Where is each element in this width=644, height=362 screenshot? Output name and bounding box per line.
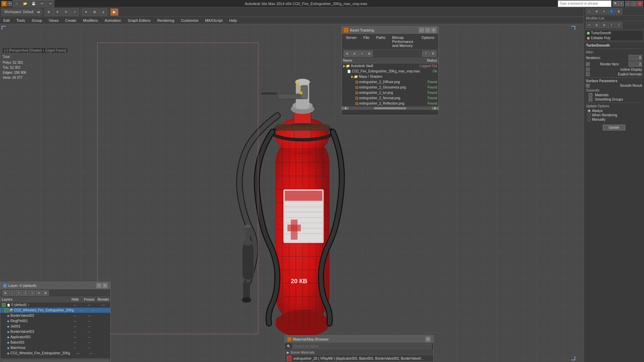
asset-row-vault[interactable]: ▶📁 Autodesk Vault Logged Out [342, 63, 438, 69]
mod-icon-1[interactable]: ↩ [586, 22, 593, 28]
quick-access-btn[interactable]: ▾ [7, 1, 12, 6]
layers-scroll-track[interactable] [2, 359, 109, 361]
layer-row-co2-full[interactable]: ◆ CO2_Wheeled_Fire_Extinguisher_20Kg — — [0, 351, 110, 356]
mod-icon-4[interactable]: ⤵ [608, 22, 615, 28]
menu-edit[interactable]: Edit [1, 18, 12, 23]
menu-customize[interactable]: Customize [179, 18, 201, 23]
ts-smooth-result-check[interactable] [586, 84, 590, 87]
mod-icon-3[interactable]: ⧉ [601, 22, 607, 28]
angle-snap-btn[interactable]: ∠ [99, 8, 107, 16]
asset-menu-server[interactable]: Server [344, 35, 359, 48]
asset-menu-bitmap[interactable]: Bitmap Performance and Memory [390, 35, 417, 48]
asset-row-lor[interactable]: 🖼 extinguisher_2_lor.png Found [342, 90, 438, 96]
render-btn[interactable]: ▶ [110, 8, 118, 16]
asset-close-btn[interactable]: ✕ [431, 27, 436, 33]
layer-row-default[interactable]: 📋 0 (default) ✓ — — — [0, 302, 110, 308]
rp-icon-4[interactable]: 🔵 [608, 8, 615, 14]
open-btn[interactable]: 📂 [21, 0, 29, 7]
layer-tool-6[interactable]: ⇔ [36, 290, 42, 296]
ts-manually-radio-dot[interactable] [587, 118, 591, 121]
rp-icon-3[interactable]: ≡ [601, 8, 607, 14]
asset-scrollbar[interactable]: ◀ ▶ [342, 106, 438, 110]
material-item-extinguisher[interactable]: extinguisher_20 ( VRayMtl ) [Applicator0… [285, 355, 433, 361]
scroll-right-btn[interactable]: ▶ [432, 107, 438, 110]
ts-when-rendering-radio-dot[interactable] [587, 114, 591, 117]
new-btn[interactable]: □ [13, 0, 21, 7]
modifier-turbosmooth[interactable]: TurboSmooth [585, 31, 643, 36]
close-btn[interactable]: ✕ [637, 1, 643, 6]
ts-when-rendering-radio[interactable]: When Rendering [587, 113, 642, 117]
layers-scrollbar[interactable] [0, 358, 110, 362]
snap-btn[interactable]: ⊞ [91, 8, 99, 16]
menu-rendering[interactable]: Rendering [155, 18, 176, 23]
rotate-btn[interactable]: ↻ [62, 8, 70, 16]
save-btn[interactable]: 💾 [30, 0, 38, 7]
ts-manually-radio[interactable]: Manually [587, 118, 642, 121]
ts-isoline-check[interactable] [586, 68, 590, 71]
asset-tool-1[interactable]: ⊞ [344, 51, 351, 57]
ref-coord-btn[interactable]: ▾ [82, 8, 90, 16]
menu-create[interactable]: Create [63, 18, 78, 23]
asset-maximize-btn[interactable]: □ [425, 27, 430, 33]
layer-tool-2[interactable]: ✕ [9, 290, 15, 296]
menu-group[interactable]: Group [30, 18, 44, 23]
ts-smoothing-check[interactable] [589, 98, 592, 101]
menu-graph-editors[interactable]: Graph Editors [126, 18, 153, 23]
menu-maxscript[interactable]: MAXScript [203, 18, 225, 23]
asset-tool-4[interactable]: ⊞ [366, 51, 373, 57]
search-icon-btn[interactable]: 🔍 [613, 1, 618, 6]
layer-tool-4[interactable]: ⤴ [22, 290, 29, 296]
asset-row-maps[interactable]: ▶📁 Maps / Shaders [342, 74, 438, 79]
scroll-left-btn[interactable]: ◀ [342, 107, 348, 110]
layer-tool-1[interactable]: ⊕ [2, 290, 8, 296]
undo-btn[interactable]: ↩ [38, 0, 46, 7]
layer-tool-7[interactable]: ⊞ [43, 290, 49, 296]
ts-always-radio[interactable]: Always [587, 109, 642, 113]
material-close-btn[interactable]: ✕ [425, 337, 431, 342]
asset-scroll-track[interactable] [350, 107, 430, 109]
select-btn[interactable]: ⊕ [45, 8, 53, 16]
menu-views[interactable]: Views [47, 18, 60, 23]
redo-btn[interactable]: ↪ [46, 0, 54, 7]
asset-row-maxfile[interactable]: 📄 CO2_Fire_Extinguisher_20Kg_max_vray.ma… [342, 69, 438, 74]
asset-tool-help[interactable]: ? [422, 51, 429, 57]
layer-row-ringpin[interactable]: ◆ RingPin001 — — [0, 318, 110, 324]
asset-row-diffuse[interactable]: 🖼 extinguisher_2_Diffuse.png Found [342, 79, 438, 85]
maximize-btn[interactable]: □ [631, 1, 637, 6]
ts-explicit-check[interactable] [586, 72, 590, 76]
asset-tool-2[interactable]: ⊟ [351, 51, 358, 57]
ts-iterations-input[interactable] [629, 55, 642, 60]
asset-menu-file[interactable]: File [361, 35, 371, 48]
layer-row-jet001[interactable]: ◆ Jet001 — — [0, 324, 110, 329]
ts-render-iters-check[interactable] [586, 62, 590, 66]
material-search-input[interactable] [292, 344, 431, 349]
ts-render-iters-input[interactable] [629, 61, 642, 67]
layer-row-bordervalve002[interactable]: ◆ BorderValve002 — — [0, 313, 110, 318]
layers-x-btn[interactable]: ✕ [102, 283, 108, 288]
modifier-editable-poly[interactable]: Editable Poly [585, 36, 643, 41]
minimize-btn[interactable]: ─ [625, 1, 631, 6]
asset-row-normal[interactable]: 🖼 extinguisher_2_Normal.png Found [342, 96, 438, 101]
rp-icon-2[interactable]: ⚙ [593, 8, 600, 14]
layer-row-balon[interactable]: ◆ Balon001 — — [0, 340, 110, 345]
layer-row-mainhose[interactable]: ◆ MainHose — — [0, 345, 110, 351]
layer-row-co2[interactable]: 📦 CO2_Wheeled_Fire_Extinguisher_20Kg — — [0, 308, 110, 313]
ts-materials-check[interactable] [589, 93, 592, 97]
asset-scroll-thumb[interactable] [374, 107, 406, 109]
workspace-dropdown[interactable]: Workspace: Default [1, 9, 42, 15]
asset-tool-3[interactable]: ≡ [359, 51, 365, 57]
move-btn[interactable]: ✛ [53, 8, 61, 16]
menu-help[interactable]: Help [227, 18, 239, 23]
asset-row-gloss[interactable]: 🖼 extinguisher_2_Glossiness.png Found [342, 85, 438, 90]
ts-update-btn[interactable]: Update [603, 125, 625, 130]
menu-animation[interactable]: Animation [103, 18, 123, 23]
search-input[interactable] [558, 0, 611, 7]
layer-row-bordervalve003[interactable]: ◆ BorderValve003 — — [0, 329, 110, 335]
asset-tool-settings[interactable]: ⚙ [430, 51, 436, 57]
scale-btn[interactable]: ⤢ [71, 8, 79, 16]
layer-tool-3[interactable]: + [16, 290, 22, 296]
asset-menu-paths[interactable]: Paths [374, 35, 387, 48]
layer-row-applicator[interactable]: ◆ Applicator001 — — [0, 335, 110, 340]
rp-icon-1[interactable]: □ [586, 8, 593, 14]
mod-icon-5[interactable]: ⤴ [615, 22, 622, 28]
